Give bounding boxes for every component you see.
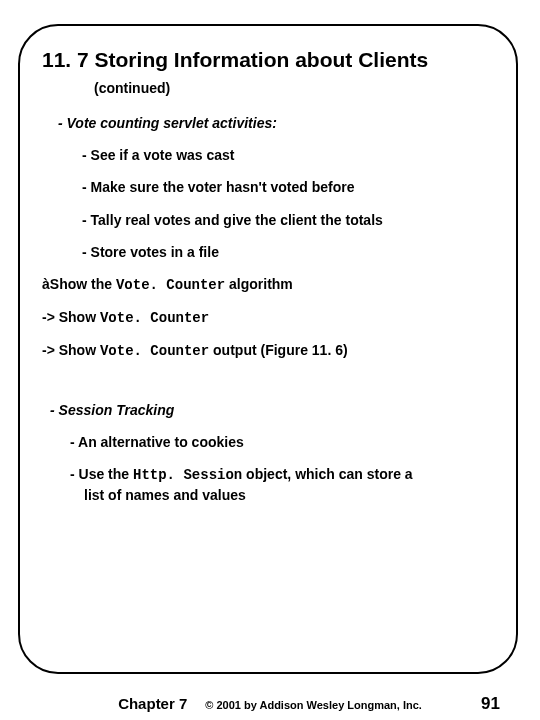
text: output (Figure 11. 6) [209, 342, 347, 358]
show-algorithm-line: àShow the Vote. Counter algorithm [42, 275, 494, 294]
slide-title: 11. 7 Storing Information about Clients [42, 48, 494, 72]
code-text: Http. Session [133, 467, 242, 483]
text: -> Show [42, 342, 100, 358]
page-number: 91 [481, 694, 500, 714]
footer: Chapter 7 © 2001 by Addison Wesley Longm… [0, 695, 540, 712]
chapter-label: Chapter 7 [118, 695, 187, 712]
arrow-icon: à [42, 276, 50, 292]
activity-item: - See if a vote was cast [82, 146, 494, 164]
text: Show the [50, 276, 116, 292]
code-text: Vote. Counter [116, 277, 225, 293]
text: - Use the [70, 466, 133, 482]
session-item-cont: list of names and values [84, 486, 494, 504]
session-heading: - Session Tracking [50, 401, 494, 419]
code-text: Vote. Counter [100, 310, 209, 326]
continued-label: (continued) [94, 80, 494, 96]
activity-item: - Make sure the voter hasn't voted befor… [82, 178, 494, 196]
text: object, which can store a [242, 466, 412, 482]
slide-frame: 11. 7 Storing Information about Clients … [18, 24, 518, 674]
activities-heading: - Vote counting servlet activities: [58, 114, 494, 132]
text: -> Show [42, 309, 100, 325]
activity-item: - Tally real votes and give the client t… [82, 211, 494, 229]
session-item: - Use the Http. Session object, which ca… [70, 465, 494, 484]
show-output-line: -> Show Vote. Counter output (Figure 11.… [42, 341, 494, 360]
session-item: - An alternative to cookies [70, 433, 494, 451]
activity-item: - Store votes in a file [82, 243, 494, 261]
text: algorithm [225, 276, 293, 292]
show-votecounter-line: -> Show Vote. Counter [42, 308, 494, 327]
code-text: Vote. Counter [100, 343, 209, 359]
copyright-label: © 2001 by Addison Wesley Longman, Inc. [205, 699, 422, 711]
